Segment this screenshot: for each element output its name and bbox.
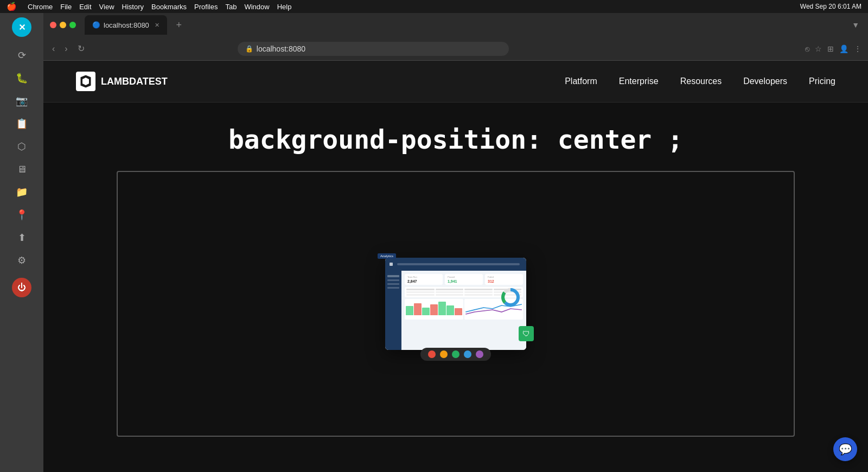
dash-stats-row: Tests Run 2,847 Passed 1,941 Failed [405, 274, 523, 285]
traffic-light-red[interactable] [50, 22, 56, 28]
dash-header [385, 258, 526, 271]
nav-resources[interactable]: Resources [680, 76, 722, 86]
sidebar-icon-copy[interactable]: 📋 [11, 113, 33, 135]
address-right-controls: ⎋ ☆ ⊞ 👤 ⋮ [805, 44, 861, 53]
sidebar-icon-monitor[interactable]: 🖥 [11, 158, 33, 180]
dash-card-2: Passed 1,941 [445, 274, 483, 285]
sidebar-icon-upload[interactable]: ⬆ [11, 227, 33, 248]
page-title: background-position: center ; [228, 124, 683, 155]
dash-content: Tests Run 2,847 Passed 1,941 Failed [401, 271, 526, 350]
sidebar-icon-3d[interactable]: ⬡ [11, 136, 33, 157]
traffic-light-yellow[interactable] [60, 22, 66, 28]
sidebar-icon-refresh[interactable]: ⟳ [11, 44, 33, 66]
menu-file[interactable]: File [60, 3, 72, 11]
site-header: LAMBDATEST Platform Enterprise Resources… [43, 61, 868, 103]
color-dot [440, 350, 448, 358]
menu-edit[interactable]: Edit [79, 3, 91, 11]
menubar-right: Wed Sep 20 6:01 AM [800, 3, 861, 10]
back-button[interactable]: ‹ [50, 42, 57, 56]
color-dot [476, 350, 483, 358]
profile-icon[interactable]: 👤 [839, 44, 848, 53]
browser-window: ✕ ⟳ 🐛 📷 📋 ⬡ 🖥 📁 📍 ⬆ ⚙ ⏻ 🔵 localhost:808 [0, 13, 868, 472]
nav-enterprise[interactable]: Enterprise [619, 76, 659, 86]
sidebar-icon-settings[interactable]: ⚙ [11, 250, 33, 271]
nav-pricing[interactable]: Pricing [809, 76, 835, 86]
tab-favicon: 🔵 [92, 21, 100, 29]
dash-card-1: Tests Run 2,847 [405, 274, 443, 285]
color-dots-bar [420, 348, 491, 361]
browser-sidebar: ✕ ⟳ 🐛 📷 📋 ⬡ 🖥 📁 📍 ⬆ ⚙ ⏻ [0, 13, 43, 472]
address-input-wrap[interactable]: 🔒 localhost:8080 [238, 42, 509, 56]
menu-window[interactable]: Window [244, 3, 269, 11]
dash-sidebar [385, 271, 401, 350]
tab-right-controls: ▼ [850, 18, 861, 31]
site-nav: Platform Enterprise Resources Developers… [565, 76, 835, 86]
browser-main: 🔵 localhost:8080 ✕ + ▼ ‹ › ↻ 🔒 localhost… [43, 13, 868, 472]
site-logo[interactable]: LAMBDATEST [76, 72, 168, 91]
traffic-light-green[interactable] [69, 22, 76, 28]
color-dot [464, 350, 471, 358]
bookmark-icon[interactable]: ☆ [815, 44, 822, 53]
page-content: background-position: center ; [43, 103, 868, 472]
menu-history[interactable]: History [122, 3, 144, 11]
menu-items: Chrome File Edit View History Bookmarks … [28, 3, 291, 11]
menu-profiles[interactable]: Profiles [194, 3, 218, 11]
new-tab-button[interactable]: + [171, 17, 187, 33]
webpage: LAMBDATEST Platform Enterprise Resources… [43, 61, 868, 472]
tab-dropdown-button[interactable]: ▼ [850, 18, 861, 31]
forward-button[interactable]: › [62, 42, 69, 56]
tab-title: localhost:8080 [104, 21, 149, 29]
browser-tab-active[interactable]: 🔵 localhost:8080 ✕ [85, 15, 167, 35]
dashboard-mockup: Tests Run 2,847 Passed 1,941 Failed [385, 258, 526, 350]
logo-icon [76, 72, 95, 91]
nav-platform[interactable]: Platform [565, 76, 597, 86]
analytics-label: Analytics [378, 253, 396, 259]
dashboard-container: Tests Run 2,847 Passed 1,941 Failed [385, 258, 526, 350]
sidebar-top: ✕ ⟳ 🐛 📷 📋 ⬡ 🖥 📁 📍 ⬆ ⚙ [11, 17, 33, 271]
sidebar-power-button[interactable]: ⏻ [12, 278, 31, 297]
more-options-icon[interactable]: ⋮ [854, 44, 861, 53]
chat-widget[interactable]: 💬 [833, 437, 857, 461]
menubar-datetime: Wed Sep 20 6:01 AM [800, 3, 861, 10]
lock-icon: 🔒 [245, 45, 253, 53]
address-url: localhost:8080 [257, 44, 305, 53]
shield-badge: 🛡 [519, 326, 534, 341]
nav-developers[interactable]: Developers [743, 76, 787, 86]
macos-menubar: 🍎 Chrome File Edit View History Bookmark… [0, 0, 868, 13]
color-dot [452, 350, 459, 358]
menu-view[interactable]: View [99, 3, 114, 11]
content-box: Tests Run 2,847 Passed 1,941 Failed [117, 171, 795, 437]
reload-button[interactable]: ↻ [75, 41, 87, 56]
sidebar-icon-bug[interactable]: 🐛 [11, 67, 33, 89]
traffic-lights [50, 22, 76, 28]
menu-bookmarks[interactable]: Bookmarks [151, 3, 187, 11]
sidebar-icon-folder[interactable]: 📁 [11, 181, 33, 203]
dash-bar-area [405, 299, 523, 320]
color-dot [428, 350, 436, 358]
sidebar-icon-pin[interactable]: 📍 [11, 204, 33, 226]
menu-help[interactable]: Help [277, 3, 292, 11]
tab-bar: 🔵 localhost:8080 ✕ + ▼ [43, 13, 868, 37]
share-icon[interactable]: ⎋ [805, 44, 809, 53]
sidebar-icon-camera[interactable]: 📷 [11, 90, 33, 112]
sidebar-toggle-icon[interactable]: ⊞ [827, 44, 834, 53]
logo-text: LAMBDATEST [101, 76, 168, 87]
dash-card-3: Failed 312 [485, 274, 523, 285]
address-bar: ‹ › ↻ 🔒 localhost:8080 ⎋ ☆ ⊞ 👤 ⋮ [43, 37, 868, 61]
menu-tab[interactable]: Tab [225, 3, 237, 11]
sidebar-close-button[interactable]: ✕ [12, 17, 31, 37]
tab-close-button[interactable]: ✕ [155, 22, 159, 29]
menu-chrome[interactable]: Chrome [28, 3, 53, 11]
apple-menu[interactable]: 🍎 [7, 2, 17, 11]
